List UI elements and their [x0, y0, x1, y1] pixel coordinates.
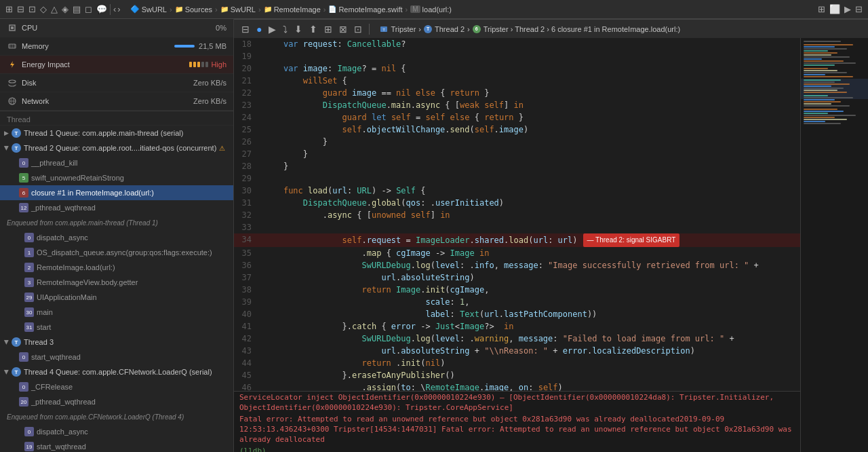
debug-context: T Tripster › T Thread 2 › 6 Tripster › T… — [380, 25, 680, 33]
comment-icon[interactable]: 💬 — [96, 4, 107, 14]
network-label: Network — [22, 97, 193, 105]
right-panel-icon[interactable]: ▶ — [844, 4, 851, 14]
thread-2-frame-6[interactable]: 6 closure #1 in RemoteImage.load(url:) — [0, 185, 233, 200]
thread-4-frame-0[interactable]: 0 _CFRelease — [0, 379, 233, 394]
layout-icon[interactable]: ⊞ — [818, 4, 825, 14]
ln-27: 27 — [234, 148, 258, 160]
sub-frame-label-31: start — [37, 323, 51, 331]
console-line-2: Fatal error: Attempted to read an unowne… — [234, 413, 800, 445]
lc-21: willSet { — [258, 75, 800, 87]
sep3: › — [258, 5, 261, 14]
sub-frame-label-2: RemoteImage.load(url:) — [37, 263, 115, 271]
stats-section: CPU 0% Memory 21,5 MB Energy Impact — [0, 19, 233, 111]
debug-step-in-btn[interactable]: ⬇ — [292, 24, 304, 35]
lc-30: func load(url: URL) -> Self { — [258, 185, 800, 197]
thread-list[interactable]: Thread ▶ T Thread 1 Queue: com.apple.mai… — [0, 111, 233, 452]
pause-icon[interactable]: ⊡ — [28, 4, 36, 14]
memory-row: Memory 21,5 MB — [0, 37, 233, 56]
stop-icon[interactable]: ⊟ — [17, 4, 24, 14]
breadcrumb-sources[interactable]: 📁 Sources — [175, 5, 212, 14]
svg-marker-6 — [10, 61, 14, 68]
split-icon[interactable]: ⊟ — [855, 4, 863, 14]
highlight-icon[interactable]: ▤ — [73, 4, 81, 14]
ln-37: 37 — [234, 271, 258, 284]
lc-18: var request: Cancellable? — [258, 38, 800, 50]
thread-2-frame-5[interactable]: 5 swift_unownedRetainStrong — [0, 170, 233, 185]
debug-step-over-btn[interactable]: ⤵ — [281, 24, 290, 35]
svg-rect-1 — [11, 26, 14, 29]
sub-frame-31[interactable]: 31 start — [0, 320, 233, 335]
debug-attach-btn[interactable]: ⊠ — [337, 24, 349, 35]
sub-frame-2[interactable]: 2 RemoteImage.load(url:) — [0, 260, 233, 275]
minimap — [800, 38, 868, 452]
lc-37: url.absoluteString) — [258, 271, 800, 284]
breadcrumb-remoteimage-swift[interactable]: 📄 RemoteImage.swift — [328, 5, 402, 14]
context-sep1: › — [418, 25, 421, 33]
nav-back-button[interactable]: ‹ — [113, 4, 116, 14]
network-row: Network Zero KB/s — [0, 92, 233, 111]
thread-1-header[interactable]: ▶ T Thread 1 Queue: com.apple.main-threa… — [0, 126, 233, 140]
ln-34: 34 — [234, 233, 258, 246]
thread-1-icon: T — [12, 128, 21, 138]
code-line-36: 36 SwURLDebug.log(level: .info, message:… — [234, 259, 800, 271]
ln-22: 22 — [234, 87, 258, 99]
frame-icon-12: 12 — [19, 203, 28, 212]
diamond-icon[interactable]: ◈ — [62, 4, 68, 14]
sub-frame-1[interactable]: 1 OS_dispatch_queue.async(group:qos:flag… — [0, 245, 233, 260]
inspector-icon[interactable]: ⬜ — [829, 4, 840, 14]
warning-icon[interactable]: △ — [51, 4, 58, 14]
thread-3-icon: T — [12, 337, 21, 347]
enqueued-label-2: Enqueued from com.apple.CFNetwork.Loader… — [0, 409, 233, 424]
t4-sub-frame-0[interactable]: 0 dispatch_async — [0, 424, 233, 439]
energy-bar-5 — [205, 62, 208, 67]
thread-2-header[interactable]: ▶ T Thread 2 Queue: com.apple.root....it… — [0, 140, 233, 155]
debug-hide-btn[interactable]: ⊟ — [239, 24, 252, 35]
nav-forward-button[interactable]: › — [117, 4, 120, 14]
code-line-28: 28 } — [234, 160, 800, 172]
lc-31: DispatchQueue.global(qos: .userInitiated… — [258, 197, 800, 209]
bubble-icon[interactable]: ◻ — [85, 4, 92, 14]
energy-label: Energy Impact — [22, 60, 189, 69]
code-line-20: 20 var image: Image? = nil { — [234, 62, 800, 75]
thread-2-frame-0[interactable]: 0 __pthread_kill — [0, 155, 233, 170]
breadcrumb-swurl-2[interactable]: 📁 SwURL — [220, 5, 256, 14]
t4-sub-frame-19[interactable]: 19 start_wqthread — [0, 439, 233, 452]
thread-3-label: Thread 3 — [24, 338, 54, 346]
frame-icon-6: 6 — [19, 188, 28, 197]
thread-4-frame-20[interactable]: 20 _pthread_wqthread — [0, 394, 233, 409]
breadcrumb-load-func[interactable]: M load(url:) — [410, 5, 452, 14]
debug-step-out-btn[interactable]: ⬆ — [307, 24, 319, 35]
lc-25: self.objectWillChange.send(self.image) — [258, 124, 800, 136]
lc-38: return Image.init(cgImage, — [258, 284, 800, 296]
breakpoint-icon[interactable]: ◇ — [40, 4, 47, 14]
ln-21: 21 — [234, 75, 258, 87]
thread-2-frame-12[interactable]: 12 _pthread_wqthread — [0, 200, 233, 215]
code-area[interactable]: 18 var request: Cancellable? 19 20 var i… — [234, 38, 800, 391]
thread-2-chevron: ▶ — [3, 146, 10, 151]
debug-more-btn[interactable]: ⊡ — [352, 24, 364, 35]
sub-frame-icon-29: 29 — [24, 293, 34, 302]
folder-icon[interactable]: ⊞ — [5, 4, 13, 14]
context-frame: Tripster › Thread 2 › 6 closure #1 in Re… — [484, 25, 680, 33]
lc-32: .async { [unowned self] in — [258, 209, 800, 221]
breadcrumb-remoteimage-folder[interactable]: 📁 RemoteImage — [264, 5, 321, 14]
debug-debug-btn[interactable]: ⊞ — [322, 24, 334, 35]
main-area: CPU 0% Memory 21,5 MB Energy Impact — [0, 19, 868, 452]
sub-frame-30[interactable]: 30 main — [0, 305, 233, 320]
code-line-26: 26 } — [234, 136, 800, 148]
thread-4-header[interactable]: ▶ T Thread 4 Queue: com.apple.CFNetwork.… — [0, 364, 233, 379]
breadcrumb-swurl-1[interactable]: 🔷 SwURL — [130, 5, 167, 14]
ln-44: 44 — [234, 357, 258, 369]
sub-frame-icon-30: 30 — [24, 307, 34, 317]
ln-32: 32 — [234, 209, 258, 221]
code-line-23: 23 DispatchQueue.main.async { [weak self… — [234, 99, 800, 111]
debug-continue-btn[interactable]: ▶ — [267, 24, 278, 35]
thread-3-frame-0[interactable]: 0 start_wqthread — [0, 350, 233, 364]
nav-arrows: ‹ › — [113, 4, 121, 14]
thread-3-header[interactable]: ▶ T Thread 3 — [0, 335, 233, 350]
sub-frame-label-0: dispatch_async — [37, 233, 88, 242]
sub-frame-29[interactable]: 29 UIApplicationMain — [0, 290, 233, 305]
sub-frame-0[interactable]: 0 dispatch_async — [0, 230, 233, 245]
debug-play-btn[interactable]: ● — [254, 24, 264, 35]
sub-frame-3[interactable]: 3 RemoteImageView.body.getter — [0, 275, 233, 290]
